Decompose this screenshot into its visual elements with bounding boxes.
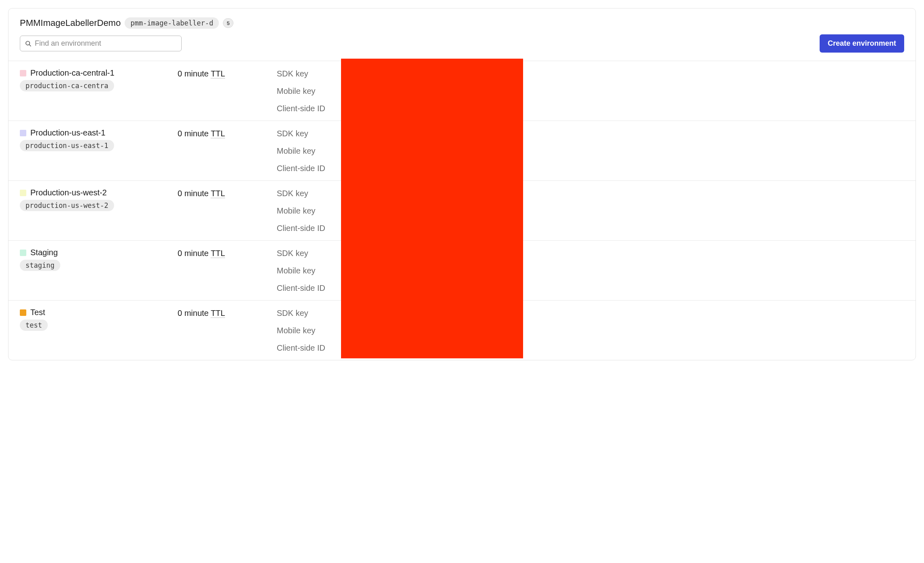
environment-slug-pill: production-us-east-1	[20, 140, 114, 151]
environment-name-line: Test	[20, 308, 45, 317]
environment-color-swatch	[20, 70, 26, 76]
environments-panel: PMMImageLabellerDemo pmm-image-labeller-…	[8, 8, 916, 360]
sdk-key-label: SDK key	[277, 249, 331, 258]
search-input[interactable]	[35, 39, 176, 48]
environment-count-badge: 5	[223, 18, 233, 28]
mobile-key-label: Mobile key	[277, 206, 331, 216]
project-slug-pill: pmm-image-labeller-d	[125, 17, 219, 29]
create-environment-button[interactable]: Create environment	[820, 34, 904, 53]
environment-name-column: Stagingstaging	[20, 248, 178, 293]
sdk-key-label: SDK key	[277, 309, 331, 318]
environment-ttl: 0 minute TTL	[178, 248, 277, 293]
svg-line-1	[29, 44, 31, 46]
title-row: PMMImageLabellerDemo pmm-image-labeller-…	[20, 17, 904, 29]
environment-name-line: Production-ca-central-1	[20, 68, 114, 78]
environment-name: Production-us-east-1	[30, 128, 106, 138]
environment-color-swatch	[20, 130, 26, 136]
environment-ttl: 0 minute TTL	[178, 128, 277, 173]
client-key-label: Client-side ID	[277, 104, 331, 113]
environment-name-column: Production-us-east-1production-us-east-1	[20, 128, 178, 173]
project-title: PMMImageLabellerDemo	[20, 18, 121, 28]
environment-name-line: Production-us-west-2	[20, 188, 107, 197]
search-box[interactable]	[20, 36, 182, 51]
toolbar-row: Create environment	[20, 34, 904, 53]
environment-color-swatch	[20, 250, 26, 256]
client-key-label: Client-side ID	[277, 224, 331, 233]
client-key-label: Client-side ID	[277, 343, 331, 353]
environment-color-swatch	[20, 190, 26, 196]
environment-name: Production-ca-central-1	[30, 68, 114, 78]
ttl-value: 0 minute	[178, 69, 211, 78]
sdk-key-label: SDK key	[277, 189, 331, 198]
ttl-abbr: TTL	[211, 189, 225, 198]
environment-name: Production-us-west-2	[30, 188, 107, 197]
ttl-value: 0 minute	[178, 249, 211, 258]
ttl-value: 0 minute	[178, 129, 211, 138]
client-key-label: Client-side ID	[277, 164, 331, 173]
panel-header: PMMImageLabellerDemo pmm-image-labeller-…	[8, 8, 916, 61]
environment-ttl: 0 minute TTL	[178, 188, 277, 233]
environment-name-column: Production-us-west-2production-us-west-2	[20, 188, 178, 233]
mobile-key-label: Mobile key	[277, 326, 331, 335]
search-icon	[25, 40, 32, 47]
ttl-abbr: TTL	[211, 249, 225, 258]
environment-ttl: 0 minute TTL	[178, 68, 277, 113]
ttl-abbr: TTL	[211, 129, 225, 138]
redaction-overlay	[341, 59, 523, 358]
sdk-key-label: SDK key	[277, 129, 331, 138]
mobile-key-label: Mobile key	[277, 266, 331, 275]
environment-slug-pill: production-ca-centra	[20, 80, 114, 91]
ttl-abbr: TTL	[211, 309, 225, 318]
environment-name-line: Staging	[20, 248, 58, 257]
mobile-key-label: Mobile key	[277, 87, 331, 96]
environment-slug-pill: staging	[20, 260, 60, 271]
environment-name-column: Testtest	[20, 308, 178, 353]
environment-name-column: Production-ca-central-1production-ca-cen…	[20, 68, 178, 113]
client-key-label: Client-side ID	[277, 284, 331, 293]
environment-name: Staging	[30, 248, 58, 257]
environment-name-line: Production-us-east-1	[20, 128, 106, 138]
sdk-key-label: SDK key	[277, 69, 331, 78]
ttl-value: 0 minute	[178, 309, 211, 317]
environment-slug-pill: test	[20, 320, 48, 331]
environment-slug-pill: production-us-west-2	[20, 200, 114, 211]
environment-color-swatch	[20, 309, 26, 316]
ttl-abbr: TTL	[211, 69, 225, 78]
mobile-key-label: Mobile key	[277, 146, 331, 156]
ttl-value: 0 minute	[178, 189, 211, 198]
environment-ttl: 0 minute TTL	[178, 308, 277, 353]
environment-name: Test	[30, 308, 45, 317]
